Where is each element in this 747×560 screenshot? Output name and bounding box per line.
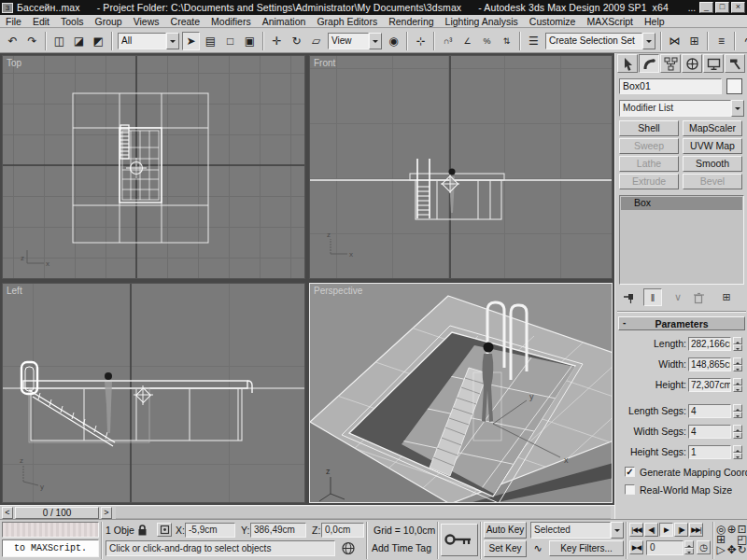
select-object-icon[interactable]: ➤ (182, 32, 200, 50)
modifier-button-bevel[interactable]: Bevel (683, 174, 742, 189)
menu-group[interactable]: Group (90, 16, 128, 27)
menu-tools[interactable]: Tools (55, 16, 90, 27)
menu-customize[interactable]: Customize (524, 16, 582, 27)
select-and-link-icon[interactable]: ◫ (50, 32, 68, 50)
height-field[interactable]: 72,307cm (688, 378, 731, 392)
height-segs-field[interactable]: 1 (688, 445, 731, 459)
time-slider-handle[interactable]: 0 / 100 (15, 507, 99, 519)
menu-maxscript[interactable]: MAXScript (581, 16, 639, 27)
ladder-wireframe[interactable] (417, 159, 430, 218)
frame-spinner[interactable] (684, 540, 694, 554)
mirror-icon[interactable]: ⋈ (666, 32, 684, 50)
move-gizmo[interactable] (126, 158, 147, 178)
viewport-perspective[interactable]: Perspective (309, 283, 613, 503)
undo-icon[interactable]: ↶ (4, 32, 21, 50)
viewport-front[interactable]: Front (309, 55, 613, 279)
show-end-result-icon[interactable]: ‖ (643, 288, 662, 306)
menu-rendering[interactable]: Rendering (383, 16, 439, 27)
menu-create[interactable]: Create (165, 16, 206, 27)
pin-stack-icon[interactable] (619, 288, 640, 306)
maxscript-mini-listener-pink[interactable] (2, 522, 99, 538)
move-gizmo[interactable] (441, 175, 459, 193)
go-to-end-icon[interactable]: ▶▶| (689, 523, 703, 537)
field-of-view-icon[interactable]: ▷ (715, 542, 726, 557)
viewport-left[interactable]: Left (2, 283, 305, 503)
zoom-all-icon[interactable]: ⊕ (726, 522, 737, 537)
angle-snap-icon[interactable]: ∠ (458, 32, 476, 50)
menu-help[interactable]: Help (639, 16, 670, 27)
modifier-button-smooth[interactable]: Smooth (683, 156, 742, 172)
length-segs-spinner[interactable] (733, 404, 742, 418)
track-bar[interactable] (116, 507, 611, 519)
menu-lighting-analysis[interactable]: Lighting Analysis (440, 16, 524, 27)
absolute-mode-icon[interactable] (157, 523, 172, 537)
width-segs-spinner[interactable] (733, 425, 742, 439)
restore-button[interactable]: □ (715, 2, 729, 13)
parameters-rollout-header[interactable]: - Parameters (618, 316, 745, 330)
width-segs-field[interactable]: 4 (688, 425, 731, 439)
stack-item-box[interactable]: Box (621, 197, 742, 210)
communicate-globe-icon[interactable] (340, 540, 357, 556)
stairs-wireframe[interactable] (29, 390, 115, 446)
bind-to-spacewarp-icon[interactable]: ◩ (90, 32, 107, 50)
curve-editor-icon[interactable]: ∿ (740, 32, 747, 50)
object-name-field[interactable]: Box01 (619, 78, 722, 94)
width-field[interactable]: 148,865cr (688, 357, 731, 371)
length-spinner[interactable] (733, 337, 742, 351)
width-spinner[interactable] (733, 357, 742, 371)
height-spinner[interactable] (733, 378, 742, 392)
selection-lock-icon[interactable] (136, 524, 148, 537)
height-segs-spinner[interactable] (733, 445, 742, 459)
named-selection-sets-icon[interactable]: ☰ (525, 32, 543, 50)
previous-frame-icon[interactable]: ◀|| (644, 523, 658, 537)
add-time-tag[interactable]: Add Time Tag (372, 540, 439, 555)
real-world-map-size-checkbox[interactable] (625, 484, 635, 495)
generate-mapping-coords-checkbox[interactable]: ✓ (625, 467, 635, 477)
pan-icon[interactable]: ✥ (726, 542, 737, 557)
menu-views[interactable]: Views (128, 16, 165, 27)
selection-region-icon[interactable]: □ (221, 32, 239, 50)
key-mode-toggle-icon[interactable]: ▶◀ (629, 540, 643, 554)
tab-utilities[interactable] (725, 54, 745, 73)
length-field[interactable]: 282,166cr (688, 337, 731, 351)
percent-snap-icon[interactable]: % (478, 32, 496, 50)
window-crossing-icon[interactable]: ▣ (241, 32, 259, 50)
tab-motion[interactable] (682, 54, 702, 73)
auto-key-button[interactable]: Auto Key (484, 522, 527, 539)
next-frame-icon[interactable]: ||▶ (674, 523, 688, 537)
previous-frame-arrow[interactable]: < (2, 507, 13, 519)
x-coordinate-field[interactable]: -5,9cm (185, 523, 235, 538)
layer-manager-icon[interactable]: ≡ (712, 32, 730, 50)
selected-filter-dropdown[interactable]: Selected (530, 522, 624, 539)
select-and-move-icon[interactable]: ✛ (268, 32, 286, 50)
handrail-wireframe[interactable] (21, 362, 37, 394)
viewport-left-label[interactable]: Left (7, 286, 22, 296)
modifier-button-shell[interactable]: Shell (619, 120, 679, 136)
maximize-viewport-icon[interactable]: ◰ (737, 532, 747, 547)
minimize-button[interactable]: _ (699, 2, 713, 13)
remove-modifier-icon[interactable] (688, 288, 709, 306)
select-and-manipulate-icon[interactable]: ⊹ (412, 32, 430, 50)
viewport-top-label[interactable]: Top (7, 58, 21, 68)
modifier-button-extrude[interactable]: Extrude (619, 174, 679, 189)
selection-filter-dropdown[interactable]: All (118, 33, 179, 49)
modifier-list-dropdown[interactable]: Modifier List (619, 100, 744, 117)
select-and-rotate-icon[interactable]: ↻ (288, 32, 305, 50)
dropdown-arrow-icon[interactable] (611, 522, 624, 539)
z-coordinate-field[interactable]: 0,0cm (321, 523, 364, 538)
redo-icon[interactable]: ↷ (23, 32, 41, 50)
tab-create[interactable] (617, 54, 638, 73)
time-configuration-icon[interactable]: ◷ (697, 540, 711, 554)
ladder-wireframe[interactable] (120, 125, 129, 159)
next-frame-arrow[interactable]: > (101, 507, 112, 519)
modifier-button-uvw-map[interactable]: UVW Map (683, 138, 742, 154)
make-unique-icon[interactable]: ∨ (668, 288, 688, 306)
modifier-button-lathe[interactable]: Lathe (619, 156, 679, 172)
object-color-swatch[interactable] (726, 78, 742, 94)
current-frame-field[interactable]: 0 (646, 540, 684, 555)
snap-toggle-3d-icon[interactable]: ∩³ (439, 32, 457, 50)
dropdown-arrow-icon[interactable] (642, 33, 655, 49)
y-coordinate-field[interactable]: 386,49cm (250, 523, 306, 538)
select-by-name-icon[interactable]: ▤ (202, 32, 219, 50)
menu-file[interactable]: File (0, 16, 27, 27)
